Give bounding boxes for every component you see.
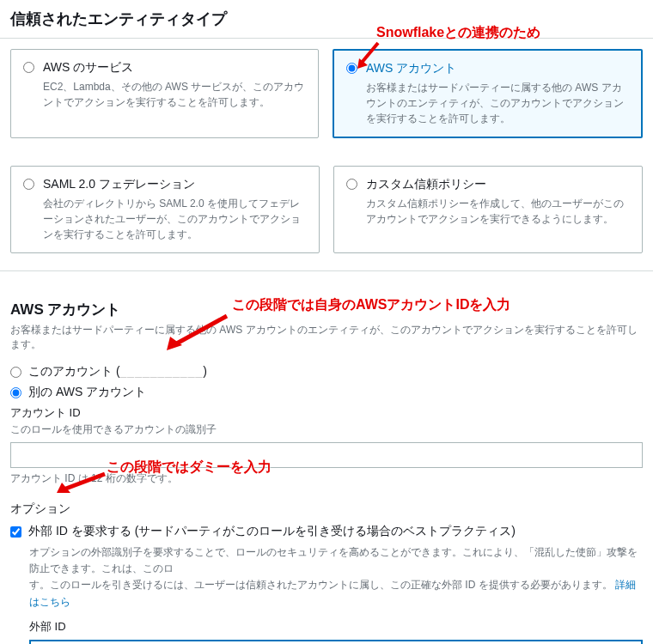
other-account-label: 別の AWS アカウント xyxy=(28,385,146,400)
card-title: AWS アカウント xyxy=(366,61,629,76)
options-title: オプション xyxy=(10,501,643,517)
external-id-label: 外部 ID を要求する (サードパーティがこのロールを引き受ける場合のベストプラ… xyxy=(28,524,516,539)
account-id-help: このロールを使用できるアカウントの識別子 xyxy=(10,422,643,437)
account-id-hint: アカウント ID は 12 桁の数字です。 xyxy=(10,471,643,486)
external-id-desc: オプションの外部識別子を要求することで、ロールのセキュリティを高めることができま… xyxy=(29,544,643,611)
this-account-label: このアカウント (___________) xyxy=(28,364,207,380)
checkbox-external-id[interactable] xyxy=(10,526,21,538)
radio-saml[interactable] xyxy=(23,179,34,190)
card-title: SAML 2.0 フェデレーション xyxy=(43,177,307,192)
card-desc: EC2、Lambda、その他の AWS サービスが、このアカウントでアクションを… xyxy=(43,79,306,110)
radio-aws-service[interactable] xyxy=(23,62,34,73)
card-title: カスタム信頼ポリシー xyxy=(366,177,630,192)
radio-custom-policy[interactable] xyxy=(346,179,357,190)
page-title: 信頼されたエンティティタイプ xyxy=(0,0,653,38)
card-desc: カスタム信頼ポリシーを作成して、他のユーザーがこのアカウントでアクションを実行で… xyxy=(366,196,630,227)
card-desc: 会社のディレクトリから SAML 2.0 を使用してフェデレーションされたユーザ… xyxy=(43,196,307,242)
radio-aws-account[interactable] xyxy=(346,63,357,74)
card-saml[interactable]: SAML 2.0 フェデレーション 会社のディレクトリから SAML 2.0 を… xyxy=(10,166,320,253)
account-id-label: アカウント ID xyxy=(10,405,643,421)
external-id-field-label: 外部 ID xyxy=(29,619,643,635)
radio-this-account[interactable] xyxy=(10,367,21,378)
card-aws-service[interactable]: AWS のサービス EC2、Lambda、その他の AWS サービスが、このアカ… xyxy=(10,49,319,138)
radio-other-account[interactable] xyxy=(10,387,21,398)
checkbox-external-id-row[interactable]: 外部 ID を要求する (サードパーティがこのロールを引き受ける場合のベストプラ… xyxy=(10,524,643,539)
section-desc: お客様またはサードパーティーに属する他の AWS アカウントのエンティティが、こ… xyxy=(10,323,643,352)
section-title-aws-account: AWS アカウント xyxy=(10,300,643,319)
card-desc: お客様またはサードパーティーに属する他の AWS アカウントのエンティティが、こ… xyxy=(366,80,629,126)
card-custom-policy[interactable]: カスタム信頼ポリシー カスタム信頼ポリシーを作成して、他のユーザーがこのアカウン… xyxy=(333,166,643,253)
radio-this-account-row[interactable]: このアカウント (___________) xyxy=(10,364,643,380)
account-id-input[interactable] xyxy=(10,442,643,468)
card-aws-account[interactable]: AWS アカウント お客様またはサードパーティーに属する他の AWS アカウント… xyxy=(333,49,643,138)
card-title: AWS のサービス xyxy=(43,60,306,76)
radio-other-account-row[interactable]: 別の AWS アカウント xyxy=(10,385,643,400)
external-id-input[interactable] xyxy=(29,640,643,644)
